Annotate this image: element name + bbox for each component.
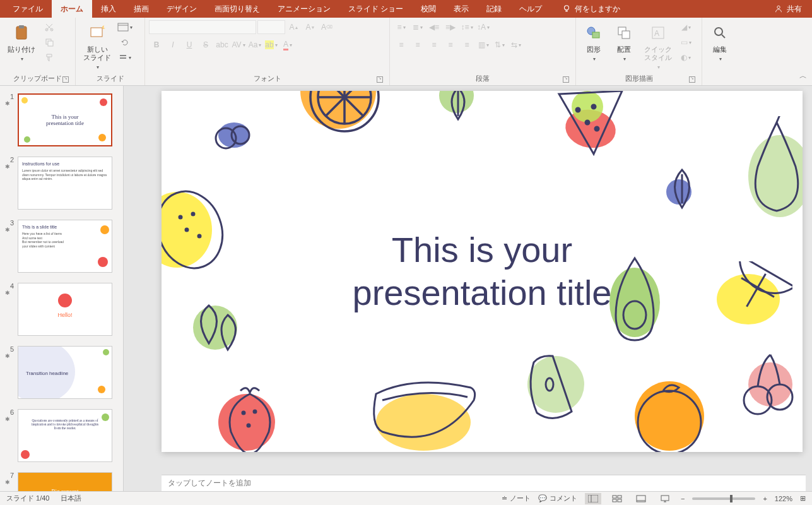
zoom-level[interactable]: 122%: [775, 495, 792, 502]
align-text-button[interactable]: ⇅▾: [492, 38, 507, 52]
tab-insert[interactable]: 挿入: [92, 0, 125, 18]
tab-recording[interactable]: 記録: [478, 0, 510, 18]
slide-sorter-view-button[interactable]: [609, 493, 625, 504]
reading-view-button[interactable]: [633, 493, 649, 504]
font-dialog-launcher[interactable]: [377, 76, 383, 83]
thumbnail-1[interactable]: 1✱ This is your presentation title: [0, 91, 123, 154]
strikethrough-button[interactable]: S: [198, 38, 213, 52]
tab-home[interactable]: ホーム: [52, 0, 92, 18]
slide-title-text[interactable]: This is your presentation title: [353, 229, 612, 314]
tab-file[interactable]: ファイル: [4, 0, 52, 18]
paragraph-dialog-launcher[interactable]: [563, 76, 569, 83]
font-color-button[interactable]: A▾: [280, 38, 295, 52]
clear-formatting-button[interactable]: A⌫: [319, 20, 334, 34]
font-size-combo[interactable]: [257, 20, 285, 34]
align-right-button[interactable]: ≡: [427, 38, 442, 52]
layout-button[interactable]: ▾: [117, 20, 132, 34]
bold-button[interactable]: B: [149, 38, 164, 52]
zoom-slider[interactable]: [692, 497, 755, 500]
tab-view[interactable]: 表示: [445, 0, 478, 18]
tab-slideshow[interactable]: スライド ショー: [339, 0, 412, 18]
status-bar: スライド 1/40 日本語 ≐ノート 💬コメント − + 122% ⊞: [0, 491, 812, 505]
share-label: 共有: [787, 4, 802, 15]
thumbnail-preview: Quotations are commonly printed as a mea…: [18, 409, 112, 462]
section-button[interactable]: ▾: [117, 50, 132, 64]
shape-outline-button[interactable]: ▭▾: [678, 35, 693, 49]
zoom-out-button[interactable]: −: [681, 495, 685, 502]
line-spacing-button[interactable]: ↕≡▾: [459, 20, 474, 34]
align-center-button[interactable]: ≡: [410, 38, 425, 52]
tab-design[interactable]: デザイン: [158, 0, 206, 18]
cherries-icon: [736, 350, 799, 419]
text-direction-button[interactable]: ↕A▾: [476, 20, 491, 34]
paste-button[interactable]: 貼り付け ▾: [4, 20, 39, 64]
avocado-icon: [603, 255, 666, 343]
svg-rect-54: [618, 496, 621, 498]
thumbnail-preview: Transition headline: [18, 346, 112, 399]
fit-to-window-button[interactable]: ⊞: [800, 494, 806, 502]
editing-button[interactable]: 編集▾: [706, 20, 734, 64]
language-indicator[interactable]: 日本語: [61, 494, 81, 503]
new-slide-button[interactable]: 新しい スライド ▾: [79, 20, 115, 73]
shape-fill-button[interactable]: ◢▾: [678, 20, 693, 34]
columns-button[interactable]: ▥▾: [476, 38, 491, 52]
tab-help[interactable]: ヘルプ: [510, 0, 551, 18]
tab-animations[interactable]: アニメーション: [269, 0, 339, 18]
shapes-button[interactable]: 図形▾: [580, 20, 608, 64]
tab-transitions[interactable]: 画面切り替え: [206, 0, 269, 18]
align-left-button[interactable]: ≡: [394, 38, 409, 52]
tab-review[interactable]: 校閲: [412, 0, 445, 18]
reset-button[interactable]: [117, 35, 132, 49]
thumbnail-6[interactable]: 6✱ Quotations are commonly printed as a …: [0, 407, 123, 470]
notes-pane[interactable]: タップしてノートを追加: [162, 475, 806, 491]
shadow-button[interactable]: abc: [215, 38, 230, 52]
decrease-indent-button[interactable]: ◀≡: [427, 20, 442, 34]
highlight-button[interactable]: ab▾: [264, 38, 279, 52]
collapse-ribbon-button[interactable]: ︿: [799, 71, 807, 81]
slide-canvas-viewport[interactable]: This is your presentation title: [162, 91, 806, 470]
decrease-font-button[interactable]: A▼: [303, 20, 318, 34]
cut-button[interactable]: [42, 20, 57, 34]
clipboard-dialog-launcher[interactable]: [62, 76, 69, 83]
bullets-button[interactable]: ≡▾: [394, 20, 409, 34]
slideshow-view-button[interactable]: [657, 493, 673, 504]
increase-font-button[interactable]: A▲: [286, 20, 302, 34]
comments-toggle[interactable]: 💬コメント: [538, 494, 577, 503]
italic-button[interactable]: I: [165, 38, 180, 52]
thumbnail-4[interactable]: 4✱ Hello!: [0, 280, 123, 343]
tab-draw[interactable]: 描画: [125, 0, 158, 18]
zoom-slider-thumb[interactable]: [730, 495, 733, 502]
svg-point-33: [595, 127, 599, 131]
thumbnail-7[interactable]: 7✱ Big concept: [0, 470, 123, 491]
smartart-button[interactable]: ⇆▾: [509, 38, 524, 52]
numbering-button[interactable]: ≣▾: [410, 20, 425, 34]
change-case-button[interactable]: Aa▾: [247, 38, 262, 52]
format-painter-button[interactable]: [42, 50, 57, 64]
tell-me-search[interactable]: 何をしますか: [551, 0, 629, 18]
thumbnail-5[interactable]: 5✱ Transition headline: [0, 343, 123, 407]
normal-view-button[interactable]: [585, 493, 601, 504]
drawing-dialog-launcher[interactable]: [689, 76, 695, 83]
arrange-button[interactable]: 配置▾: [610, 20, 638, 64]
zoom-in-button[interactable]: +: [763, 495, 767, 502]
slide-thumbnail-panel[interactable]: 1✱ This is your presentation title 2✱ In…: [0, 86, 124, 491]
share-button[interactable]: 共有: [764, 0, 812, 18]
ribbon-group-clipboard: 貼り付け ▾ クリップボード: [0, 18, 76, 85]
underline-button[interactable]: U: [182, 38, 197, 52]
svg-rect-53: [613, 496, 616, 498]
slide[interactable]: This is your presentation title: [162, 91, 803, 452]
font-family-combo[interactable]: [149, 20, 256, 34]
notes-icon: ≐: [502, 494, 507, 502]
thumbnail-3[interactable]: 3✱ This is a slide titleHere you have a …: [0, 217, 123, 280]
justify-button[interactable]: ≡: [443, 38, 458, 52]
thumbnail-2[interactable]: 2✱ Instructions for useLorem ipsum dolor…: [0, 154, 123, 217]
char-spacing-button[interactable]: AV▾: [231, 38, 246, 52]
increase-indent-button[interactable]: ≡▶: [443, 20, 458, 34]
distribute-button[interactable]: ≡: [459, 38, 474, 52]
quick-styles-button[interactable]: A クイック スタイル▾: [640, 20, 676, 73]
font-label: フォント: [149, 74, 385, 84]
notes-toggle[interactable]: ≐ノート: [502, 494, 531, 503]
ribbon-group-paragraph: ≡▾ ≣▾ ◀≡ ≡▶ ↕≡▾ ↕A▾ ≡ ≡ ≡ ≡ ≡ ▥▾ ⇅▾ ⇆▾: [390, 18, 576, 85]
shape-effects-button[interactable]: ◐▾: [678, 50, 693, 64]
copy-button[interactable]: [42, 35, 57, 49]
